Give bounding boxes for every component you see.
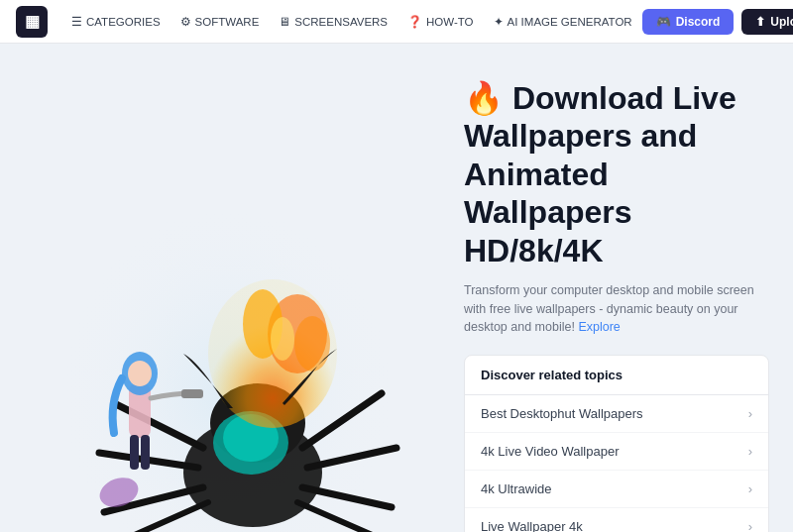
topics-box: Discover related topics Best Desktophut …	[464, 355, 769, 532]
screensavers-icon: 🖥	[279, 15, 290, 29]
topic-item-4k-ultrawide[interactable]: 4k Ultrawide ›	[465, 471, 768, 508]
nav-howto[interactable]: ❓ HOW-TO	[397, 15, 484, 29]
upload-icon: ⬆	[755, 15, 765, 29]
hero-illustration	[45, 185, 411, 532]
topics-header: Discover related topics	[465, 356, 768, 395]
topic-item-best-desktophut[interactable]: Best Desktophut Wallpapers ›	[465, 395, 768, 433]
topic-label: 4k Live Video Wallpaper	[481, 444, 619, 459]
nav-screensavers[interactable]: 🖥 SCREENSAVERS	[269, 15, 397, 29]
howto-icon: ❓	[407, 15, 422, 29]
topic-label: Best Desktophut Wallpapers	[481, 406, 643, 421]
topic-label: 4k Ultrawide	[481, 481, 552, 496]
hero-title: 🔥 Download Live Wallpapers and Animated …	[464, 79, 769, 269]
fire-emoji: 🔥	[464, 80, 504, 116]
topic-item-live-wallpaper-4k[interactable]: Live Wallpaper 4k ›	[465, 508, 768, 532]
topic-label: Live Wallpaper 4k	[481, 519, 583, 532]
hero-title-text: Download Live Wallpapers and Animated Wa…	[464, 80, 736, 268]
logo-icon: ▦	[25, 12, 40, 31]
nav-software-label: SOFTWARE	[195, 16, 260, 28]
hero-right: 🔥 Download Live Wallpapers and Animated …	[456, 44, 793, 532]
chevron-right-icon: ›	[748, 444, 752, 459]
nav-aigenerator-label: AI IMAGE GENERATOR	[508, 16, 632, 28]
discord-icon: 🎮	[656, 15, 671, 29]
hero-left	[0, 44, 456, 532]
aigenerator-icon: ✦	[494, 15, 504, 29]
svg-point-17	[271, 317, 294, 361]
upload-button[interactable]: ⬆ Upload	[741, 9, 793, 35]
hero-description: Transform your computer desktop and mobi…	[464, 281, 769, 337]
svg-rect-20	[141, 435, 150, 470]
categories-icon: ☰	[71, 15, 82, 29]
chevron-right-icon: ›	[748, 481, 752, 496]
nav-categories-label: CATEGORIES	[86, 16, 161, 28]
nav-software[interactable]: ⚙ SOFTWARE	[170, 15, 270, 29]
nav-howto-label: HOW-TO	[426, 16, 474, 28]
svg-point-16	[294, 316, 330, 372]
explore-link[interactable]: Explore	[578, 320, 620, 334]
main-content: 🔥 Download Live Wallpapers and Animated …	[0, 44, 793, 532]
svg-point-22	[128, 361, 152, 386]
software-icon: ⚙	[180, 15, 191, 29]
nav-screensavers-label: SCREENSAVERS	[294, 16, 388, 28]
navbar: ▦ ☰ CATEGORIES ⚙ SOFTWARE 🖥 SCREENSAVERS…	[0, 0, 793, 44]
nav-links: ☰ CATEGORIES ⚙ SOFTWARE 🖥 SCREENSAVERS ❓…	[61, 15, 642, 29]
svg-rect-19	[130, 435, 139, 470]
discord-button[interactable]: 🎮 Discord	[642, 9, 735, 35]
logo[interactable]: ▦	[16, 6, 48, 38]
nav-aigenerator[interactable]: ✦ AI IMAGE GENERATOR	[484, 15, 642, 29]
chevron-right-icon: ›	[748, 519, 752, 532]
topic-item-4k-live[interactable]: 4k Live Video Wallpaper ›	[465, 433, 768, 471]
nav-actions: 🎮 Discord ⬆ Upload	[642, 9, 793, 35]
chevron-right-icon: ›	[748, 406, 752, 421]
svg-rect-23	[181, 389, 203, 398]
nav-categories[interactable]: ☰ CATEGORIES	[61, 15, 170, 29]
